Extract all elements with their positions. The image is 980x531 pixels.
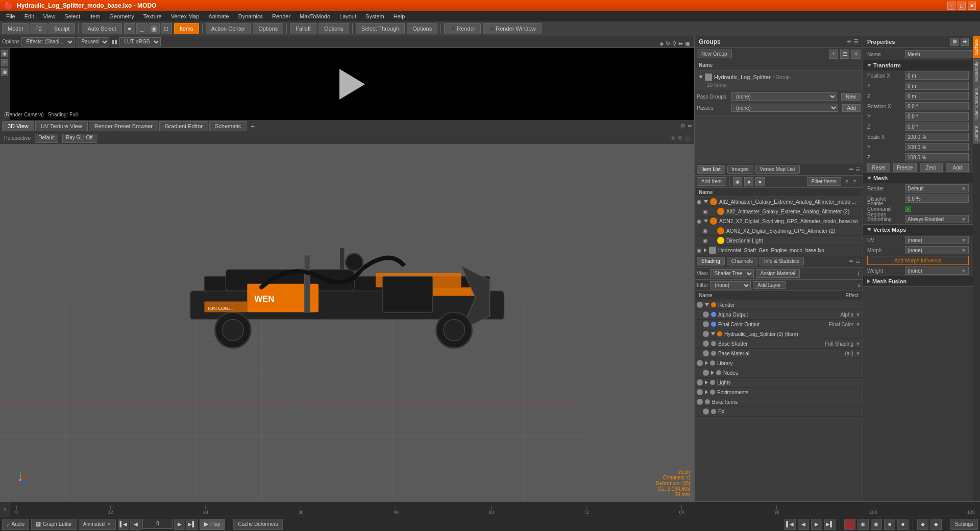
shader-vis-icon[interactable] [703, 341, 709, 347]
rotation-y-value[interactable]: 0.0 ° [905, 112, 969, 120]
shader-row-fx[interactable]: FX [695, 407, 863, 417]
shader-expand-icon[interactable] [711, 332, 715, 335]
position-z-value[interactable]: 0 m [905, 92, 969, 100]
transport-prev-btn[interactable]: ◀ [130, 519, 141, 530]
pass-groups-dropdown[interactable]: (none) [731, 92, 837, 101]
add-layer-btn[interactable]: Add Layer [753, 281, 786, 289]
pause-icon[interactable]: ▮▮ [111, 38, 117, 45]
restore-btn[interactable]: □ [958, 2, 966, 10]
edge-select-icon[interactable]: ⎯ [136, 23, 148, 34]
transport-next-btn[interactable]: ▶ [174, 519, 185, 530]
morph-dropdown[interactable]: (none) ▼ [905, 246, 969, 254]
tab-gradient-editor[interactable]: Gradient Editor [159, 121, 208, 131]
bt-icon1[interactable]: ▌◀ [785, 519, 796, 530]
poly-select-icon[interactable]: ▣ [149, 23, 160, 34]
minimize-btn[interactable]: − [947, 2, 955, 10]
preview-side-icon3[interactable]: ▣ [1, 68, 8, 76]
item-vis-icon2[interactable]: ◆ [744, 177, 753, 186]
item-vis-icon3[interactable]: ■ [755, 177, 765, 186]
frame-input[interactable] [142, 519, 173, 529]
sculpt-btn[interactable]: Sculpt [48, 23, 76, 34]
close-btn[interactable]: ✕ [968, 2, 976, 10]
shader-row-bakeitems[interactable]: Bake Items [695, 397, 863, 407]
shader-vis-icon[interactable] [703, 321, 709, 327]
item-select-icon[interactable]: □ [161, 23, 172, 34]
timeline-ruler[interactable]: 0 12 24 36 48 60 72 84 96 108 120 [10, 502, 980, 517]
tab-3d-view[interactable]: 3D View [2, 121, 34, 131]
transport-first-btn[interactable]: ▌◀ [118, 519, 129, 530]
shader-vis-icon[interactable] [697, 399, 703, 405]
menu-render[interactable]: Render [268, 12, 295, 20]
action-center-btn[interactable]: Action Center [206, 23, 251, 34]
vertex-maps-header[interactable]: Vertex Maps [863, 225, 973, 235]
menu-maxtomodo[interactable]: MaxToModo [296, 12, 334, 20]
bt-icon2[interactable]: ◀ [798, 519, 809, 530]
item-panel-expand[interactable]: ⬌ [849, 166, 853, 173]
menu-file[interactable]: File [2, 12, 19, 20]
select-through-btn[interactable]: Select Through [356, 23, 405, 34]
shader-effect-arrow[interactable]: ▼ [855, 351, 861, 356]
shader-effect-arrow[interactable]: ▼ [855, 322, 861, 327]
bt-record[interactable]: ● [844, 519, 855, 530]
menu-edit[interactable]: Edit [20, 12, 38, 20]
tab-render-preset[interactable]: Render Preset Browser [89, 121, 158, 131]
shader-vis-icon[interactable] [703, 408, 709, 415]
tab-uv-texture[interactable]: UV Texture View [35, 121, 88, 131]
f2-btn[interactable]: F2 [30, 23, 47, 34]
pass-new-btn[interactable]: New [841, 93, 861, 101]
shader-row-finalcolor[interactable]: Final Color Output Final Color ▼ [695, 320, 863, 329]
transform-header[interactable]: Transform [863, 60, 973, 70]
transform-expand-icon[interactable] [867, 64, 871, 67]
scale-x-value[interactable]: 100.0 % [905, 133, 969, 141]
effects-dropdown[interactable]: Effects: (Shadi... [21, 37, 75, 46]
item-vis-icon1[interactable]: ◉ [733, 177, 742, 186]
bt-icon4[interactable]: ▶▌ [824, 519, 836, 530]
position-x-value[interactable]: 0 m [905, 71, 969, 80]
mesh-header[interactable]: Mesh [863, 173, 973, 183]
shader-expand-icon[interactable] [705, 361, 708, 365]
preview-side-icon1[interactable]: ◉ [1, 50, 8, 57]
rotation-z-value[interactable]: 0.0 ° [905, 123, 969, 131]
add-item-btn[interactable]: Add Item [697, 177, 726, 186]
bt-icon10[interactable]: ◆ [930, 519, 942, 530]
bt-icon6[interactable]: ◉ [871, 519, 882, 530]
item-expand-icon[interactable] [704, 200, 708, 203]
preview-side-icon2[interactable]: □ [1, 59, 8, 66]
add-tab-btn[interactable]: + [248, 120, 258, 132]
shader-expand-icon[interactable] [705, 303, 709, 306]
settings-btn[interactable]: Settings [950, 519, 978, 530]
list-item[interactable]: ◉ Alt2_Altmaster_Galaxy_Extreme_Analog_A… [695, 207, 863, 216]
render-btn[interactable]: ◾ Render [444, 23, 481, 34]
shading-menu-icon[interactable]: ☰ [855, 258, 861, 264]
list-item[interactable]: ◉ AON2_X2_Digital_Skydiving_GPS_Altimete… [695, 216, 863, 226]
smoothing-dropdown[interactable]: Always Enabled ▼ [905, 215, 969, 223]
shader-effect-arrow[interactable]: ▼ [855, 341, 861, 347]
shader-expand-icon[interactable] [705, 380, 708, 384]
item-eye-icon[interactable]: ◉ [697, 218, 702, 225]
freeze-btn[interactable]: Freeze [893, 163, 916, 172]
item-panel-menu[interactable]: ☰ [855, 166, 861, 173]
tab-shading[interactable]: Shading [697, 257, 725, 266]
shader-vis-icon[interactable] [697, 302, 703, 308]
shader-expand-icon[interactable] [705, 390, 708, 394]
groups-tb-icon1[interactable]: + [829, 50, 838, 59]
shader-vis-icon[interactable] [703, 331, 709, 337]
preview-ctrl2[interactable]: ↻ [666, 40, 670, 47]
shading-expand-icon[interactable]: ⬌ [849, 258, 853, 264]
item-eye-icon[interactable]: ◉ [703, 237, 708, 244]
cache-deformers-btn[interactable]: Cache Deformers [233, 519, 282, 530]
mesh-expand-icon[interactable] [867, 177, 871, 180]
groups-tb-icon3[interactable]: ⚛ [851, 50, 861, 59]
menu-texture[interactable]: Texture [139, 12, 166, 20]
vp-raygl-btn[interactable]: Ray GL: Off [62, 134, 96, 143]
bt-icon8[interactable]: ■ [897, 519, 909, 530]
vp-menu-icon[interactable]: ☰ [684, 135, 690, 142]
menu-help[interactable]: Help [389, 12, 409, 20]
item-expand-icon[interactable] [704, 220, 708, 223]
preview-ctrl1[interactable]: ◈ [659, 40, 664, 47]
menu-animate[interactable]: Animate [204, 12, 233, 20]
vert-select-icon[interactable]: ● [124, 23, 135, 34]
viewport-content[interactable]: WEN [0, 144, 694, 501]
mesh-fusion-expand-icon[interactable] [867, 279, 870, 283]
tab-channels[interactable]: Channels [727, 257, 757, 266]
